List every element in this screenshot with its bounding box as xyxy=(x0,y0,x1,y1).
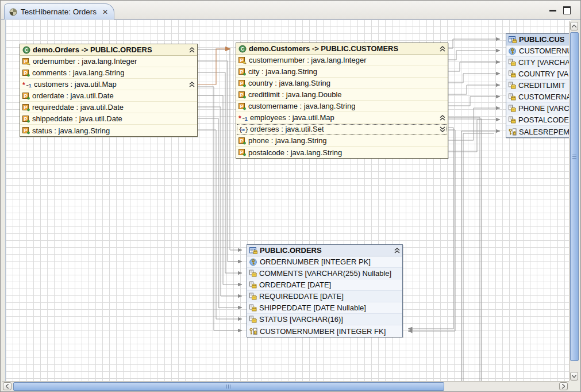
column-row[interactable]: ORDERNUMBER [INTEGER PK] xyxy=(247,256,402,268)
vertical-scroll-thumb[interactable] xyxy=(570,32,579,361)
column-row[interactable]: STATUS [VARCHAR(16)] xyxy=(247,314,402,325)
column-row[interactable]: PHONE [VARC xyxy=(506,103,571,114)
column-row[interactable]: CUSTOMERNUMBER [INTEGER FK] xyxy=(247,325,402,337)
collapse-icon[interactable] xyxy=(440,115,445,121)
field-row[interactable]: postalcode : java.lang.String xyxy=(236,147,448,158)
property-icon xyxy=(22,69,30,77)
field-row[interactable]: country : java.lang.String xyxy=(236,78,448,89)
property-icon xyxy=(22,103,30,112)
column-icon xyxy=(249,316,257,323)
primary-key-icon xyxy=(249,258,257,266)
table-box-public-orders[interactable]: PUBLIC.ORDERS ORDERNUMBER [INTEGER PK] C… xyxy=(247,244,403,337)
column-icon xyxy=(509,116,516,124)
set-icon xyxy=(238,125,248,133)
field-row[interactable]: requireddate : java.util.Date xyxy=(20,102,197,113)
class-icon xyxy=(238,45,247,53)
column-icon xyxy=(509,59,516,66)
property-icon xyxy=(238,137,246,145)
expand-icon[interactable] xyxy=(440,126,445,132)
view-tab-bar: TestHibernate: Orders ✕ xyxy=(1,1,581,20)
property-icon xyxy=(22,92,30,100)
column-row[interactable]: SHIPPEDDATE [DATE Nullable] xyxy=(247,302,402,314)
column-icon xyxy=(249,293,257,300)
entity-box-orders-header[interactable]: demo.Orders -> PUBLIC.ORDERS xyxy=(20,44,197,56)
field-row[interactable]: phone : java.lang.String xyxy=(236,135,448,147)
table-icon xyxy=(509,36,517,43)
field-row[interactable]: city : java.lang.String xyxy=(236,66,448,78)
property-key-icon xyxy=(238,56,247,64)
class-icon xyxy=(22,46,30,54)
column-row[interactable]: COUNTRY [VA xyxy=(506,68,571,80)
field-row[interactable]: shippeddate : java.util.Date xyxy=(20,113,197,125)
entity-box-customers-header[interactable]: demo.Customers -> PUBLIC.CUSTOMERS xyxy=(236,43,448,55)
property-icon xyxy=(238,102,246,110)
column-row[interactable]: SALESREPEMI xyxy=(506,126,571,137)
scroll-up-button[interactable] xyxy=(570,22,578,30)
field-row[interactable]: orderdate : java.util.Date xyxy=(20,90,197,102)
many-to-one-icon xyxy=(238,114,248,121)
maximize-icon[interactable] xyxy=(563,6,571,14)
table-box-public-orders-header[interactable]: PUBLIC.ORDERS xyxy=(247,245,402,256)
collapse-icon[interactable] xyxy=(189,47,195,53)
field-row[interactable]: creditlimit : java.lang.Double xyxy=(236,89,448,101)
foreign-key-icon xyxy=(509,128,517,136)
field-row[interactable]: customernumber : java.lang.Integer xyxy=(236,55,448,66)
foreign-key-icon xyxy=(249,328,257,335)
table-box-public-orders-title: PUBLIC.ORDERS xyxy=(260,246,322,255)
scrollbar-corner xyxy=(569,381,579,391)
tab-testhibernate-orders[interactable]: TestHibernate: Orders ✕ xyxy=(4,3,114,20)
column-row[interactable]: COMMENTS [VARCHAR(255) Nullable] xyxy=(247,268,402,279)
field-row[interactable]: employees : java.util.Map xyxy=(236,112,448,124)
column-row[interactable]: CUSTOMERNA xyxy=(506,91,571,103)
property-icon xyxy=(238,68,246,76)
entity-box-orders-title: demo.Orders -> PUBLIC.ORDERS xyxy=(33,45,152,54)
property-key-icon xyxy=(22,57,30,66)
field-row[interactable]: customers : java.util.Map xyxy=(20,79,197,90)
column-row[interactable]: CUSTOMERNU xyxy=(506,45,571,57)
column-icon xyxy=(249,281,257,289)
collapse-icon[interactable] xyxy=(189,82,195,87)
column-icon xyxy=(509,82,516,89)
column-row[interactable]: POSTALCODE xyxy=(506,114,571,126)
entity-box-customers[interactable]: demo.Customers -> PUBLIC.CUSTOMERS custo… xyxy=(236,43,448,159)
property-icon xyxy=(22,115,30,123)
field-row[interactable]: customername : java.lang.String xyxy=(236,101,448,112)
thumb-grip xyxy=(226,385,231,389)
field-row[interactable]: ordernumber : java.lang.Integer xyxy=(20,56,197,67)
horizontal-scrollbar[interactable] xyxy=(2,381,570,391)
column-row[interactable]: CREDITLIMIT xyxy=(506,80,571,91)
horizontal-scroll-thumb[interactable] xyxy=(13,382,444,391)
column-row[interactable]: CITY [VARCHA xyxy=(506,57,571,68)
table-box-public-customers-header[interactable]: PUBLIC.CUS xyxy=(506,34,571,45)
column-icon xyxy=(509,105,516,112)
diagram-canvas[interactable]: demo.Orders -> PUBLIC.ORDERS ordernumber… xyxy=(5,20,571,381)
primary-key-icon xyxy=(509,47,517,55)
field-row-selected[interactable]: orderses : java.util.Set xyxy=(236,124,448,135)
entity-box-customers-title: demo.Customers -> PUBLIC.CUSTOMERS xyxy=(249,44,398,53)
table-box-public-customers-title: PUBLIC.CUS xyxy=(519,35,564,44)
property-icon xyxy=(22,126,30,134)
diagram-view-window: TestHibernate: Orders ✕ demo.Orders -> P… xyxy=(0,0,581,392)
scroll-down-button[interactable] xyxy=(570,372,578,381)
tab-title: TestHibernate: Orders xyxy=(21,7,97,16)
column-row[interactable]: ORDERDATE [DATE] xyxy=(247,279,402,291)
many-to-one-icon xyxy=(22,81,32,88)
column-icon xyxy=(249,270,257,277)
collapse-icon[interactable] xyxy=(440,46,445,52)
property-icon xyxy=(238,148,246,156)
column-row[interactable]: REQUIREDDATE [DATE] xyxy=(247,291,402,302)
table-box-public-customers[interactable]: PUBLIC.CUS CUSTOMERNU CITY [VARCHA COUNT… xyxy=(506,33,571,138)
entity-box-orders[interactable]: demo.Orders -> PUBLIC.ORDERS ordernumber… xyxy=(20,44,198,137)
property-icon xyxy=(238,91,246,99)
field-row[interactable]: status : java.lang.String xyxy=(20,125,197,136)
thumb-grip xyxy=(572,155,576,159)
hibernate-icon xyxy=(9,8,17,16)
minimize-icon[interactable] xyxy=(549,10,556,11)
column-icon xyxy=(509,70,516,78)
scroll-left-button[interactable] xyxy=(3,382,11,390)
collapse-icon[interactable] xyxy=(394,248,400,253)
scroll-right-button[interactable] xyxy=(559,382,568,390)
tab-close-icon[interactable]: ✕ xyxy=(102,8,108,16)
vertical-scrollbar[interactable] xyxy=(569,21,579,381)
field-row[interactable]: comments : java.lang.String xyxy=(20,67,197,79)
